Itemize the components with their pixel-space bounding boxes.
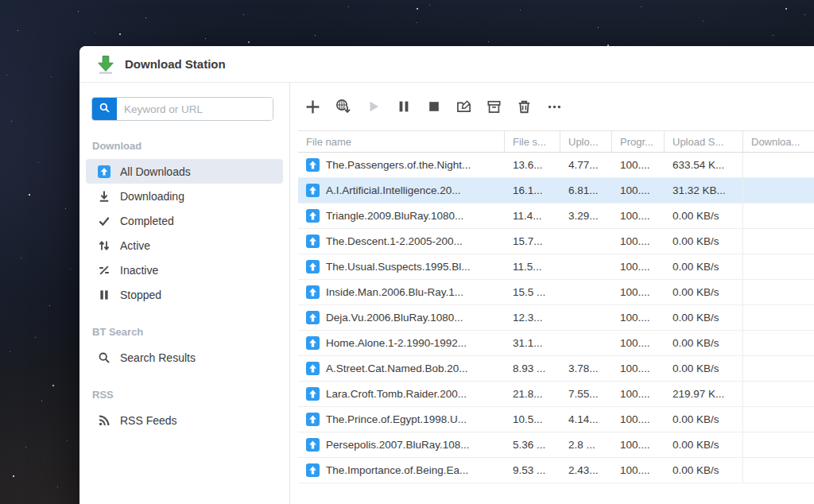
table-row[interactable]: The.Prince.of.Egypt.1998.U...10.5...4.14… xyxy=(298,407,814,432)
cell-progress: 100.... xyxy=(612,432,665,457)
file-name: Inside.Man.2006.Blu-Ray.1... xyxy=(326,286,463,298)
sidebar-section-header: Download xyxy=(92,140,277,152)
extract-button[interactable] xyxy=(483,95,506,118)
cell-download_speed xyxy=(743,254,814,279)
cell-uploaded: 6.81... xyxy=(560,178,612,203)
cell-progress: 100.... xyxy=(612,178,665,203)
stopped-icon xyxy=(97,288,110,301)
cell-uploaded: 3.78... xyxy=(560,356,612,381)
upload-status-icon xyxy=(306,184,320,197)
file-name: The.Usual.Suspects.1995.Bl... xyxy=(326,261,471,273)
table-row[interactable]: The.Passengers.of.the.Night...13.6...4.7… xyxy=(298,153,814,178)
sidebar-item-stopped[interactable]: Stopped xyxy=(86,282,283,307)
sidebar-item-active[interactable]: Active xyxy=(86,233,283,258)
cell-upload_speed: 0.00 KB/s xyxy=(665,254,743,279)
edit-icon xyxy=(456,99,471,114)
table-row[interactable]: Inside.Man.2006.Blu-Ray.1...15.5 ...100.… xyxy=(298,280,814,305)
column-header-progr[interactable]: Progr... xyxy=(612,131,665,152)
archive-icon xyxy=(486,99,502,114)
cell-uploaded: 4.77... xyxy=(560,153,612,177)
sidebar-item-inactive[interactable]: Inactive xyxy=(86,258,283,282)
cell-upload_speed: 0.00 KB/s xyxy=(665,432,743,457)
upload-status-icon xyxy=(306,260,320,273)
cell-upload_speed: 219.97 K... xyxy=(665,382,743,406)
upload-status-icon xyxy=(306,463,320,477)
downloading-icon xyxy=(97,189,110,203)
column-header-downloa[interactable]: Downloa... xyxy=(743,131,814,152)
table-row[interactable]: The.Importance.of.Being.Ea...9.53 ...2.4… xyxy=(298,458,814,483)
cell-uploaded: 4.14... xyxy=(560,407,612,432)
resume-button xyxy=(362,95,385,118)
search-input[interactable] xyxy=(117,98,273,120)
add-button[interactable] xyxy=(301,95,324,118)
file-name: A.Street.Cat.Named.Bob.20... xyxy=(326,362,468,374)
cell-progress: 100.... xyxy=(612,458,665,483)
download-station-icon xyxy=(95,54,116,75)
column-header-uplo[interactable]: Uplo... xyxy=(560,131,612,152)
file-name-cell: A.Street.Cat.Named.Bob.20... xyxy=(298,356,505,381)
cell-uploaded xyxy=(560,254,612,279)
table-row[interactable]: Deja.Vu.2006.BluRay.1080...12.3...100...… xyxy=(298,305,814,331)
table-row[interactable]: The.Descent.1-2.2005-200...15.7...100...… xyxy=(298,229,814,254)
delete-button[interactable] xyxy=(513,95,536,118)
cell-upload_speed: 0.00 KB/s xyxy=(665,356,743,381)
cell-size: 16.1... xyxy=(505,178,560,203)
column-header-file-name[interactable]: File name xyxy=(298,131,505,152)
sidebar-item-rss-feeds[interactable]: RSS Feeds xyxy=(86,408,283,432)
toolbar xyxy=(290,83,814,130)
table-row[interactable]: The.Usual.Suspects.1995.Bl...11.5...100.… xyxy=(298,254,814,280)
upload-status-icon xyxy=(306,311,320,324)
cell-uploaded: 7.55... xyxy=(560,382,612,406)
search-icon xyxy=(99,102,110,116)
cell-size: 11.5... xyxy=(505,254,560,279)
file-name-cell: Triangle.2009.BluRay.1080... xyxy=(298,204,505,228)
sidebar-item-downloading[interactable]: Downloading xyxy=(86,184,283,208)
more-button[interactable] xyxy=(543,95,566,118)
upload-status-icon xyxy=(306,209,320,223)
file-name-cell: The.Usual.Suspects.1995.Bl... xyxy=(298,254,505,279)
cell-progress: 100.... xyxy=(612,407,665,432)
column-header-file-s[interactable]: File s... xyxy=(505,131,560,152)
table-row[interactable]: A.Street.Cat.Named.Bob.20...8.93 ...3.78… xyxy=(298,356,814,382)
cell-progress: 100.... xyxy=(612,254,665,279)
add-url-icon xyxy=(335,99,351,114)
cell-upload_speed: 0.00 KB/s xyxy=(665,204,743,228)
delete-icon xyxy=(517,99,532,114)
cell-upload_speed: 31.32 KB... xyxy=(665,178,743,203)
cell-progress: 100.... xyxy=(612,153,665,177)
sidebar-item-completed[interactable]: Completed xyxy=(86,208,283,233)
file-name-cell: The.Prince.of.Egypt.1998.U... xyxy=(298,407,505,432)
sidebar-item-label: All Downloads xyxy=(120,165,191,178)
add-url-button[interactable] xyxy=(331,95,355,118)
table-row[interactable]: Lara.Croft.Tomb.Raider.200...21.8...7.55… xyxy=(298,382,814,407)
stop-button[interactable] xyxy=(422,95,445,118)
cell-uploaded: 2.43... xyxy=(560,458,612,483)
upload-status-icon xyxy=(306,285,320,299)
table-row[interactable]: Home.Alone.1-2.1990-1992...31.1...100...… xyxy=(298,331,814,356)
window-titlebar: Download Station xyxy=(79,46,814,83)
table-row[interactable]: Triangle.2009.BluRay.1080...11.4...3.29.… xyxy=(298,204,814,229)
search-button[interactable] xyxy=(92,98,117,120)
cell-size: 9.53 ... xyxy=(505,458,560,483)
sidebar-item-label: RSS Feeds xyxy=(120,414,177,427)
cell-download_speed xyxy=(743,229,814,254)
cell-size: 11.4... xyxy=(505,204,560,228)
sidebar-section-header: BT Search xyxy=(92,326,277,338)
file-name: Persepolis.2007.BluRay.108... xyxy=(326,439,470,451)
edit-button[interactable] xyxy=(452,95,475,118)
cell-download_speed xyxy=(743,356,814,381)
cell-progress: 100.... xyxy=(612,331,665,355)
column-header-upload-s[interactable]: Upload S... xyxy=(665,131,743,152)
file-name: The.Prince.of.Egypt.1998.U... xyxy=(326,413,467,425)
table-row[interactable]: Persepolis.2007.BluRay.108...5.36 ...2.8… xyxy=(298,432,814,458)
cell-progress: 100.... xyxy=(612,356,665,381)
table-row[interactable]: A.I.Artificial.Intelligence.20...16.1...… xyxy=(298,178,814,204)
sidebar-item-search-results[interactable]: Search Results xyxy=(86,345,283,370)
main-panel: File nameFile s...Uplo...Progr...Upload … xyxy=(290,83,814,504)
cell-upload_speed: 0.00 KB/s xyxy=(665,331,743,355)
sidebar-item-all-downloads[interactable]: All Downloads xyxy=(86,159,283,184)
upload-status-icon xyxy=(306,362,320,375)
cell-size: 5.36 ... xyxy=(505,432,560,457)
sidebar-item-label: Completed xyxy=(120,215,174,227)
pause-button[interactable] xyxy=(392,95,415,118)
